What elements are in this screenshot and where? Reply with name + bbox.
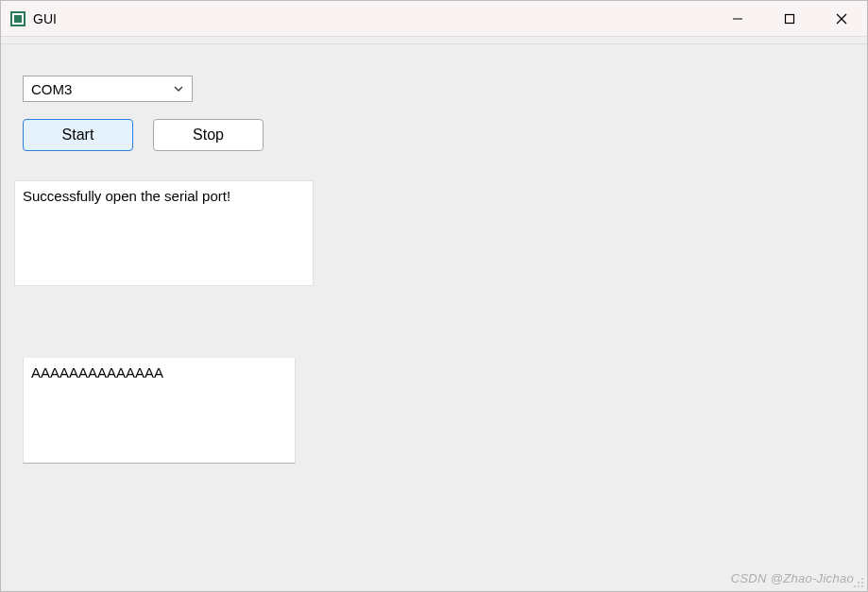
watermark: CSDN @Zhao-Jichao: [731, 571, 854, 585]
start-button-label: Start: [62, 127, 94, 144]
send-input[interactable]: AAAAAAAAAAAAAA: [23, 358, 296, 464]
minimize-button[interactable]: [711, 1, 763, 37]
stop-button[interactable]: Stop: [153, 119, 264, 151]
window-title: GUI: [33, 11, 57, 26]
app-window: GUI COM3 Start Stop Successfully open th…: [0, 0, 868, 592]
resize-grip-icon[interactable]: [853, 577, 864, 588]
svg-point-7: [854, 585, 856, 587]
send-input-text: AAAAAAAAAAAAAA: [31, 364, 163, 381]
menubar: [1, 37, 867, 44]
port-select[interactable]: COM3: [23, 76, 193, 102]
svg-point-5: [858, 582, 859, 584]
close-button[interactable]: [815, 1, 867, 37]
client-area: COM3 Start Stop Successfully open the se…: [1, 44, 867, 591]
svg-point-4: [861, 578, 863, 580]
svg-point-8: [858, 585, 859, 587]
start-button[interactable]: Start: [23, 119, 133, 151]
stop-button-label: Stop: [193, 127, 224, 144]
svg-rect-1: [785, 14, 793, 23]
log-text: Successfully open the serial port!: [23, 188, 230, 204]
maximize-button[interactable]: [763, 1, 815, 37]
svg-point-9: [861, 585, 863, 587]
chevron-down-icon: [173, 81, 184, 97]
svg-point-6: [861, 582, 863, 584]
app-icon: [10, 11, 26, 26]
port-select-value: COM3: [31, 81, 72, 97]
titlebar[interactable]: GUI: [1, 1, 867, 37]
log-output[interactable]: Successfully open the serial port!: [14, 180, 314, 286]
